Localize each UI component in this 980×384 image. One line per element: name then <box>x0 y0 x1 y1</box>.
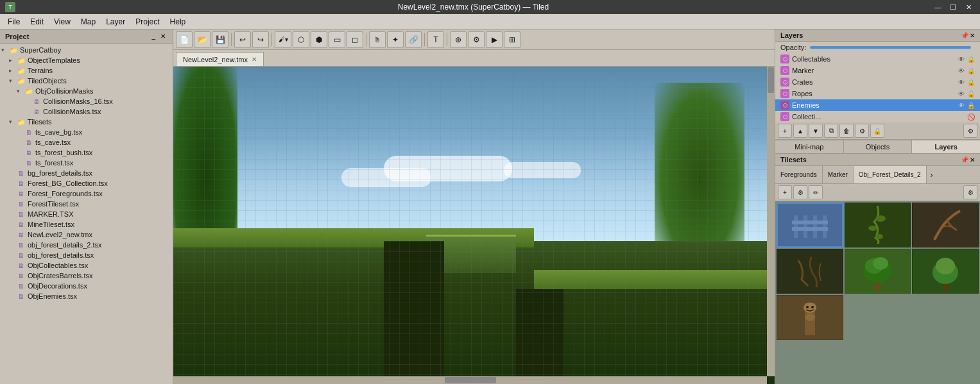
map-scrollbar-v[interactable] <box>767 67 775 376</box>
opacity-slider[interactable] <box>810 46 971 49</box>
layer-collecti-eye[interactable]: 🚫 <box>967 113 975 121</box>
tree-item-objcratesbarrels[interactable]: 🗎 ObjCratesBarrels.tsx <box>0 271 173 281</box>
tree-item-tscavebg[interactable]: 🗎 ts_cave_bg.tsx <box>0 127 173 137</box>
tile-item-totem[interactable] <box>777 295 843 340</box>
tileset-tab-foregrounds[interactable]: Foregrounds <box>775 166 823 183</box>
undo-btn[interactable]: ↩ <box>234 31 251 48</box>
label-btn[interactable]: T <box>427 31 444 48</box>
layer-collectables[interactable]: ⬡ Collectables 👁 🔒 <box>775 53 980 65</box>
layers-pin-btn[interactable]: 📌 <box>961 32 968 39</box>
tree-item-forestforegrounds[interactable]: 🗎 Forest_Foregrounds.tsx <box>0 188 173 199</box>
coord-btn[interactable]: ⊕ <box>450 31 467 48</box>
tile-item-vines[interactable] <box>845 203 911 247</box>
select-btn[interactable]: 🖱 <box>369 31 386 48</box>
tree-item-collisionmasks[interactable]: 🗎 CollisionMasks.tsx <box>0 106 173 117</box>
layer-lock-btn[interactable]: 🔒 <box>870 124 884 138</box>
preview-btn[interactable]: ▶ <box>486 31 503 48</box>
tree-item-bgforestdetails[interactable]: 🗎 bg_forest_details.tsx <box>0 168 173 178</box>
tile-item-roots[interactable] <box>777 249 843 294</box>
layer-marker-lock[interactable]: 🔒 <box>967 67 975 74</box>
tile-item-branch[interactable] <box>912 203 979 247</box>
map-scrollbar-h[interactable] <box>173 376 767 384</box>
menu-view[interactable]: View <box>49 15 76 29</box>
add-layer-btn[interactable]: + <box>778 124 792 138</box>
layer-collectables-lock[interactable]: 🔒 <box>967 56 975 63</box>
tree-item-marker[interactable]: 🗎 MARKER.TSX <box>0 209 173 219</box>
settings-btn[interactable]: ⚙ <box>468 31 485 48</box>
menu-map[interactable]: Map <box>76 15 101 29</box>
layer-ropes-eye[interactable]: 👁 <box>958 90 965 97</box>
project-panel-close-btn[interactable]: ✕ <box>159 32 168 40</box>
tilesets-close-btn[interactable]: ✕ <box>970 156 975 163</box>
tree-item-terrains[interactable]: ▸ 📁 Terrains <box>0 65 173 76</box>
menu-layer[interactable]: Layer <box>101 15 130 29</box>
duplicate-layer-btn[interactable]: ⧉ <box>824 124 838 138</box>
tree-item-objforestdetails2[interactable]: 🗎 obj_forest_details_2.tsx <box>0 240 173 250</box>
layer-marker-eye[interactable]: 👁 <box>958 67 965 74</box>
tree-item-objecttemplates[interactable]: ▸ 📁 ObjectTemplates <box>0 55 173 65</box>
tab-layers[interactable]: Layers <box>912 140 980 153</box>
layer-crates-eye[interactable]: 👁 <box>958 79 965 86</box>
layer-ropes-lock[interactable]: 🔓 <box>967 90 975 97</box>
tile-item-tree2[interactable] <box>912 249 979 294</box>
tile-item-fence[interactable] <box>777 203 843 247</box>
tab-objects[interactable]: Objects <box>844 140 913 153</box>
save-btn[interactable]: 💾 <box>212 31 228 48</box>
menu-edit[interactable]: Edit <box>25 15 49 29</box>
scrollbar-v-thumb[interactable] <box>768 67 774 93</box>
tree-item-foresttileset[interactable]: 🗎 ForestTileset.tsx <box>0 199 173 209</box>
tile-item-tree1[interactable] <box>845 249 911 294</box>
tileset-properties-btn[interactable]: ⚙ <box>793 185 807 199</box>
tree-item-tscave[interactable]: 🗎 ts_cave.tsx <box>0 137 173 147</box>
tree-item-objcollisionmasks[interactable]: ▾ 📁 ObjCollisionMasks <box>0 86 173 96</box>
move-layer-down-btn[interactable]: ▼ <box>809 124 823 138</box>
new-btn[interactable]: 📄 <box>176 31 193 48</box>
new-tileset-btn[interactable]: + <box>778 185 792 199</box>
tree-item-objenemies[interactable]: 🗎 ObjEnemies.tsx <box>0 291 173 301</box>
tileset-edit-btn[interactable]: ✏ <box>809 185 823 199</box>
layer-collecti[interactable]: ⬡ Collecti... 🚫 <box>775 111 980 122</box>
layer-enemies-eye[interactable]: 👁 <box>958 102 965 109</box>
tree-item-forestbgcollection[interactable]: 🗎 Forest_BG_Collection.tsx <box>0 178 173 188</box>
map-tab[interactable]: NewLevel2_new.tmx ✕ <box>176 52 264 66</box>
map-canvas[interactable] <box>173 67 775 384</box>
delete-layer-btn[interactable]: 🗑 <box>839 124 854 138</box>
layer-properties-btn[interactable]: ⚙ <box>855 124 869 138</box>
open-btn[interactable]: 📂 <box>194 31 211 48</box>
tree-item-objdecorations[interactable]: 🗎 ObjDecorations.tsx <box>0 281 173 291</box>
map-tab-close[interactable]: ✕ <box>252 56 257 63</box>
tab-minimap[interactable]: Mini-map <box>775 140 844 153</box>
tree-item-minetileset[interactable]: 🗎 MineTileset.tsx <box>0 219 173 230</box>
layer-collectables-eye[interactable]: 👁 <box>958 56 965 63</box>
minimize-button[interactable]: — <box>931 1 944 13</box>
rect-btn[interactable]: ▭ <box>329 31 345 48</box>
layer-crates[interactable]: ⬡ Crates 👁 🔒 <box>775 76 980 88</box>
layer-crates-lock[interactable]: 🔒 <box>967 79 975 86</box>
scrollbar-h-thumb[interactable] <box>445 377 496 383</box>
layer-enemies[interactable]: ⬡ Enemies 👁 🔒 <box>775 99 980 111</box>
tree-item-tsforestbush[interactable]: 🗎 ts_forest_bush.tsx <box>0 147 173 158</box>
tileset-scroll-right[interactable]: › <box>927 166 937 183</box>
layer-settings-btn[interactable]: ⚙ <box>963 124 977 138</box>
tileset-canvas[interactable] <box>775 201 980 384</box>
tileset-settings-btn[interactable]: ⚙ <box>963 185 977 199</box>
tilesets-pin-btn[interactable]: 📌 <box>961 156 968 163</box>
menu-project[interactable]: Project <box>130 15 164 29</box>
project-panel-min-btn[interactable]: _ <box>150 32 157 40</box>
maximize-button[interactable]: ☐ <box>947 1 959 13</box>
link-btn[interactable]: 🔗 <box>405 31 422 48</box>
tree-item-supercatboy[interactable]: ▾ 📁 SuperCatboy <box>0 45 173 55</box>
layers-close-btn[interactable]: ✕ <box>970 32 975 39</box>
move-layer-up-btn[interactable]: ▲ <box>793 124 807 138</box>
close-button[interactable]: ✕ <box>962 1 975 13</box>
grid-btn[interactable]: ⊞ <box>504 31 520 48</box>
menu-help[interactable]: Help <box>165 15 191 29</box>
eraser-btn[interactable]: ⬡ <box>293 31 309 48</box>
ellipse-btn[interactable]: ◻ <box>347 31 363 48</box>
tree-item-tsforest[interactable]: 🗎 ts_forest.tsx <box>0 158 173 168</box>
tree-item-tilesets-folder[interactable]: ▾ 📁 Tilesets <box>0 117 173 127</box>
tree-item-objforestdetails[interactable]: 🗎 obj_forest_details.tsx <box>0 250 173 260</box>
tree-item-newlevel2[interactable]: 🗎 NewLevel2_new.tmx <box>0 230 173 240</box>
fill-btn[interactable]: ⬢ <box>311 31 327 48</box>
stamp-tool[interactable]: 🖌▾ <box>275 31 291 48</box>
